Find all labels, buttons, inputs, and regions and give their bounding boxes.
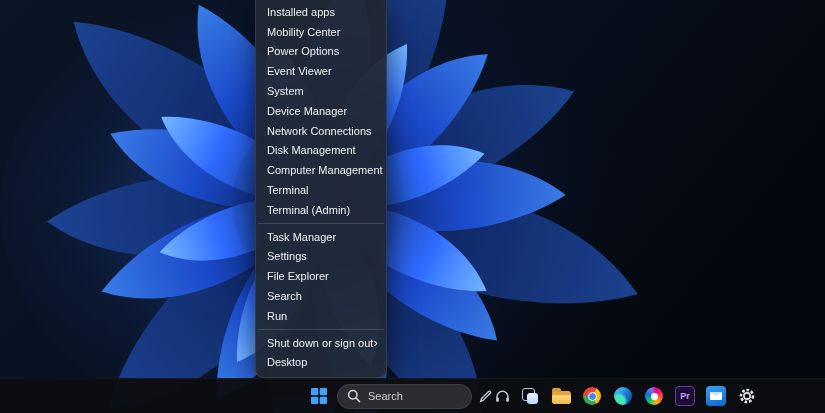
desktop[interactable]: [0, 0, 825, 413]
edge-icon: [614, 387, 632, 405]
wallpaper-bloom-graphic: [0, 0, 825, 413]
menu-item-mobility-center[interactable]: Mobility Center: [256, 22, 386, 42]
chrome-button[interactable]: [579, 383, 605, 409]
start-button[interactable]: [306, 383, 332, 409]
menu-group-tools: Task Manager Settings File Explorer Sear…: [256, 227, 386, 326]
menu-item-label: Shut down or sign out: [267, 337, 373, 349]
task-view-button[interactable]: [517, 383, 543, 409]
menu-item-terminal-admin[interactable]: Terminal (Admin): [256, 200, 386, 220]
menu-item-desktop[interactable]: Desktop: [256, 353, 386, 373]
menu-item-run[interactable]: Run: [256, 306, 386, 326]
menu-item-installed-apps[interactable]: Installed apps: [256, 2, 386, 22]
menu-item-search[interactable]: Search: [256, 286, 386, 306]
menu-group-session: Shut down or sign out › Desktop: [256, 333, 386, 373]
menu-item-disk-management[interactable]: Disk Management: [256, 141, 386, 161]
premiere-pro-button[interactable]: Pr: [672, 383, 698, 409]
taskbar-search[interactable]: Search: [337, 384, 472, 409]
file-explorer-icon: [552, 391, 571, 404]
taskbar-center-group: Search: [306, 383, 760, 409]
taskbar: Search: [0, 378, 825, 413]
menu-item-system[interactable]: System: [256, 81, 386, 101]
search-highlights[interactable]: [479, 390, 510, 403]
photos-icon: [645, 387, 663, 405]
menu-item-computer-management[interactable]: Computer Management: [256, 160, 386, 180]
mail-button[interactable]: [703, 383, 729, 409]
mail-icon: [706, 386, 726, 406]
edge-button[interactable]: [610, 383, 636, 409]
menu-item-task-manager[interactable]: Task Manager: [256, 227, 386, 247]
menu-item-power-options[interactable]: Power Options: [256, 42, 386, 62]
windows-start-icon: [311, 388, 327, 404]
premiere-pro-label: Pr: [680, 392, 690, 401]
menu-item-shut-down-or-sign-out[interactable]: Shut down or sign out ›: [256, 333, 386, 353]
menu-item-network-connections[interactable]: Network Connections: [256, 121, 386, 141]
settings-gear-icon: [738, 387, 756, 405]
file-explorer-button[interactable]: [548, 383, 574, 409]
menu-group-system: Installed apps Mobility Center Power Opt…: [256, 2, 386, 220]
menu-item-settings[interactable]: Settings: [256, 247, 386, 267]
pen-icon: [479, 390, 492, 403]
premiere-pro-icon: Pr: [675, 386, 695, 406]
quick-link-menu: Installed apps Mobility Center Power Opt…: [255, 0, 387, 378]
chrome-icon: [583, 387, 601, 405]
chevron-right-icon: ›: [373, 336, 377, 349]
menu-item-event-viewer[interactable]: Event Viewer: [256, 61, 386, 81]
menu-item-terminal[interactable]: Terminal: [256, 180, 386, 200]
search-placeholder: Search: [368, 390, 403, 402]
menu-item-file-explorer[interactable]: File Explorer: [256, 266, 386, 286]
menu-item-device-manager[interactable]: Device Manager: [256, 101, 386, 121]
headset-icon: [495, 390, 510, 403]
photos-button[interactable]: [641, 383, 667, 409]
menu-separator: [258, 223, 384, 224]
task-view-icon: [520, 386, 540, 406]
settings-button[interactable]: [734, 383, 760, 409]
search-icon: [347, 389, 361, 403]
menu-separator: [258, 329, 384, 330]
